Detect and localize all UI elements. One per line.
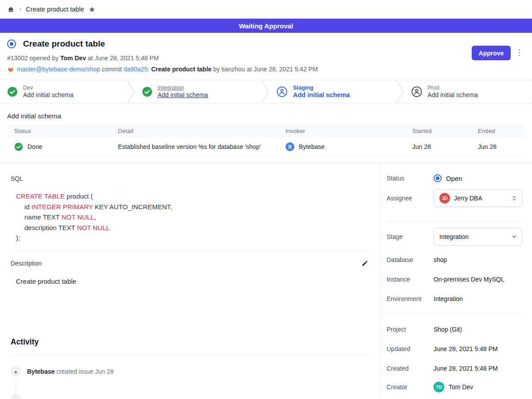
issue-header: Create product table #13002 opened by To… xyxy=(0,33,532,80)
environment-value: Integration xyxy=(434,295,463,302)
task-started: Jun 28 xyxy=(405,137,471,156)
divider xyxy=(386,221,522,221)
stage-env: Integration xyxy=(158,85,208,91)
task-section: Add initial schema Status Detail Invoker… xyxy=(0,103,532,163)
created-row: Created June 28, 2021 5:48 PM xyxy=(387,365,522,372)
plus-icon: + xyxy=(11,367,21,377)
updated-value: June 28, 2021 5:48 PM xyxy=(434,345,498,352)
issue-title: Create product table xyxy=(23,39,105,49)
project-row: Project Shop (Git) xyxy=(387,326,522,333)
creator-avatar: TD xyxy=(434,382,444,392)
task-detail: Established baseline version %s for data… xyxy=(111,137,278,156)
environment-label: Environment xyxy=(387,295,434,302)
issue-meta: #13002 opened by Tom Dev at June 28, 202… xyxy=(7,55,525,62)
updown-chevron-icon xyxy=(511,195,517,202)
stage-integration[interactable]: IntegrationAdd initial schema xyxy=(135,80,262,103)
edit-pencil-icon[interactable] xyxy=(360,259,369,268)
breadcrumb-current: Create product table xyxy=(26,6,84,13)
task-table-header-row: Status Detail Invoker Started Ended xyxy=(7,125,525,137)
star-icon[interactable]: ★ xyxy=(89,5,95,14)
stage-separator xyxy=(261,80,269,103)
task-section-title: Add initial schema xyxy=(7,112,525,120)
status-value: Open xyxy=(446,175,462,182)
database-value: shop xyxy=(434,256,447,263)
timeline-node xyxy=(11,393,20,399)
stage-value: Integration xyxy=(439,233,507,240)
done-check-icon xyxy=(14,142,23,151)
activity-item: + Bytebase created issue Jun 28 xyxy=(11,367,369,377)
activity-actor: Bytebase xyxy=(27,368,55,375)
stage-env: Dev xyxy=(23,85,74,91)
column-ended: Ended xyxy=(471,125,525,137)
created-value: June 28, 2021 5:48 PM xyxy=(434,365,498,372)
vcs-branch-link[interactable]: master@bytebase-demo/shop xyxy=(17,66,100,73)
stage-select[interactable]: Integration xyxy=(434,228,522,246)
assignee-select[interactable]: JD Jerry DBA xyxy=(434,189,522,207)
home-icon[interactable] xyxy=(7,6,15,13)
stage-label: Stage xyxy=(387,233,434,240)
assignee-row: Assignee JD Jerry DBA xyxy=(387,189,522,207)
stage-staging[interactable]: StagingAdd initial schema xyxy=(269,80,396,103)
open-issue-icon xyxy=(7,39,16,48)
updated-row: Updated June 28, 2021 5:48 PM xyxy=(387,345,522,352)
pipeline-stages: DevAdd initial schema IntegrationAdd ini… xyxy=(0,80,532,103)
approve-button[interactable]: Approve xyxy=(472,46,511,60)
stage-separator xyxy=(530,80,532,103)
stage-dev[interactable]: DevAdd initial schema xyxy=(0,80,127,103)
description-label: Description xyxy=(11,260,42,267)
vcs-commit-message: Create product table xyxy=(151,66,211,73)
description-content: Create product table xyxy=(11,278,369,285)
stage-separator xyxy=(396,80,404,103)
task-row[interactable]: Done Established baseline version %s for… xyxy=(7,137,525,156)
timeline-connector xyxy=(16,382,16,394)
task-status: Done xyxy=(27,143,42,150)
column-status: Status xyxy=(7,125,111,137)
creator-row: Creator TD Tom Dev xyxy=(387,382,522,392)
chevron-down-icon xyxy=(511,234,517,240)
vcs-commit-link[interactable]: da90a25 xyxy=(124,66,148,73)
database-label: Database xyxy=(387,256,434,263)
status-label: Status xyxy=(387,175,434,182)
bytebase-issue-page: › Create product table ★ Waiting Approva… xyxy=(0,0,532,399)
activity-title: Activity xyxy=(11,337,369,347)
creator-value: Tom Dev xyxy=(449,383,473,391)
gitlab-icon xyxy=(7,66,14,73)
column-invoker: Invoker xyxy=(278,125,405,137)
stage-prod[interactable]: ProdAdd initial schema xyxy=(404,80,531,103)
status-banner: Waiting Approval xyxy=(0,19,532,33)
instance-label: Instance xyxy=(387,276,434,283)
divider xyxy=(11,355,369,355)
chevron-right-icon: › xyxy=(19,5,21,13)
issue-author: Tom Dev xyxy=(60,55,86,62)
open-status-icon xyxy=(434,174,442,182)
issue-sidebar: Status Open Assignee JD Jerry DBA xyxy=(380,163,532,399)
environment-row: Environment Integration xyxy=(387,295,522,302)
stage-separator xyxy=(127,80,135,103)
task-ended: Jun 28 xyxy=(471,137,525,156)
check-circle-icon xyxy=(142,86,153,97)
assignee-label: Assignee xyxy=(387,195,434,202)
check-circle-icon xyxy=(7,86,18,97)
stage-task: Add initial schema xyxy=(428,91,478,98)
stage-task: Add initial schema xyxy=(293,91,350,98)
stage-env: Staging xyxy=(293,85,350,91)
status-row: Status Open xyxy=(387,174,522,182)
stage-task: Add initial schema xyxy=(23,91,74,98)
breadcrumb: › Create product table ★ xyxy=(0,0,532,19)
divider xyxy=(11,251,369,252)
project-label: Project xyxy=(387,326,434,333)
task-invoker: Bytebase xyxy=(299,143,325,150)
updated-label: Updated xyxy=(387,345,434,352)
stage-row: Stage Integration xyxy=(387,228,522,246)
kebab-menu-icon[interactable]: ⋮ xyxy=(515,47,523,58)
person-circle-icon xyxy=(276,86,288,98)
status-banner-label: Waiting Approval xyxy=(239,22,293,30)
column-detail: Detail xyxy=(111,125,278,137)
activity-action: created issue Jun 28 xyxy=(56,368,113,375)
task-table: Status Detail Invoker Started Ended Done… xyxy=(7,125,525,156)
instance-row: Instance On-premises Dev MySQL xyxy=(387,276,522,283)
invoker-avatar: B xyxy=(286,142,294,151)
database-row: Database shop xyxy=(387,256,522,263)
assignee-value: Jerry DBA xyxy=(454,195,507,202)
stage-env: Prod xyxy=(428,85,478,91)
